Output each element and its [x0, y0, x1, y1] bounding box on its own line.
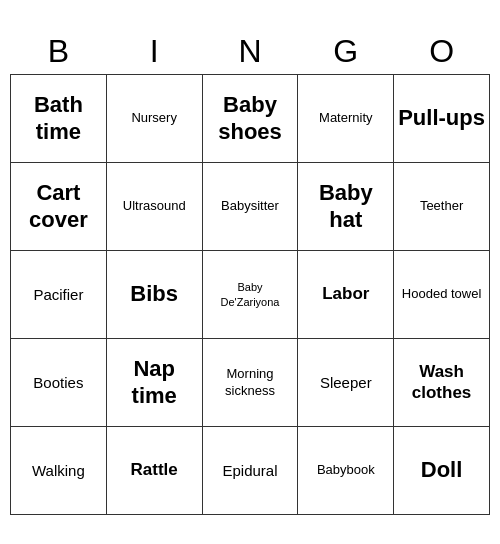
table-row: BootiesNap timeMorning sicknessSleeperWa…	[11, 339, 490, 427]
cell-r3c1: Nap time	[106, 339, 202, 427]
cell-r4c1: Rattle	[106, 427, 202, 515]
bingo-card: B I N G O Bath timeNurseryBaby shoesMate…	[10, 29, 490, 515]
cell-r0c2: Baby shoes	[202, 75, 298, 163]
cell-r1c3: Baby hat	[298, 163, 394, 251]
cell-r2c4: Hooded towel	[394, 251, 490, 339]
cell-r1c2: Babysitter	[202, 163, 298, 251]
bingo-body: Bath timeNurseryBaby shoesMaternityPull-…	[11, 75, 490, 515]
cell-r3c2: Morning sickness	[202, 339, 298, 427]
table-row: WalkingRattleEpiduralBabybookDoll	[11, 427, 490, 515]
cell-r0c4: Pull-ups	[394, 75, 490, 163]
cell-r4c4: Doll	[394, 427, 490, 515]
cell-r3c0: Booties	[11, 339, 107, 427]
header-g: G	[298, 29, 394, 75]
table-row: Bath timeNurseryBaby shoesMaternityPull-…	[11, 75, 490, 163]
header-b: B	[11, 29, 107, 75]
cell-r1c4: Teether	[394, 163, 490, 251]
cell-r0c3: Maternity	[298, 75, 394, 163]
header-row: B I N G O	[11, 29, 490, 75]
cell-r1c0: Cart cover	[11, 163, 107, 251]
cell-r3c4: Wash clothes	[394, 339, 490, 427]
cell-r4c3: Babybook	[298, 427, 394, 515]
cell-r1c1: Ultrasound	[106, 163, 202, 251]
header-i: I	[106, 29, 202, 75]
cell-r2c3: Labor	[298, 251, 394, 339]
cell-r2c0: Pacifier	[11, 251, 107, 339]
cell-r2c2: Baby De'Zariyona	[202, 251, 298, 339]
cell-r4c2: Epidural	[202, 427, 298, 515]
cell-r2c1: Bibs	[106, 251, 202, 339]
table-row: PacifierBibsBaby De'ZariyonaLaborHooded …	[11, 251, 490, 339]
cell-r0c0: Bath time	[11, 75, 107, 163]
cell-r0c1: Nursery	[106, 75, 202, 163]
table-row: Cart coverUltrasoundBabysitterBaby hatTe…	[11, 163, 490, 251]
cell-r4c0: Walking	[11, 427, 107, 515]
header-n: N	[202, 29, 298, 75]
header-o: O	[394, 29, 490, 75]
cell-r3c3: Sleeper	[298, 339, 394, 427]
